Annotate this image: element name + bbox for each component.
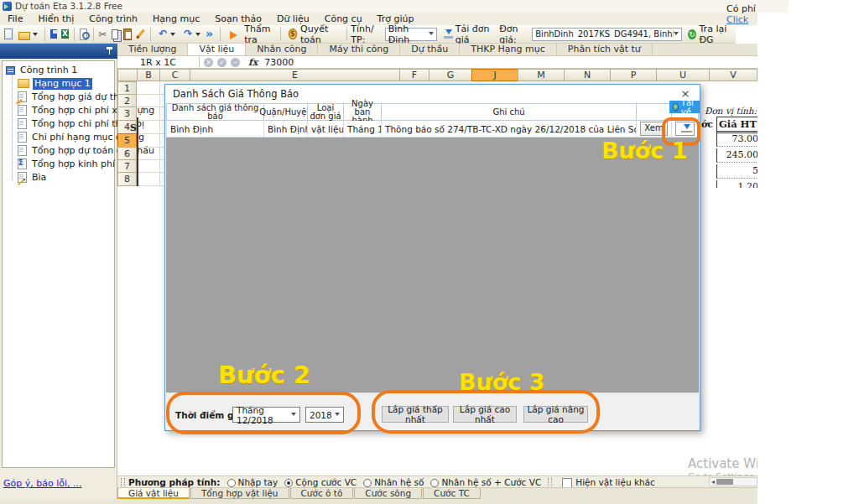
dialog-col-district[interactable]: Quận/Huyện	[263, 103, 308, 121]
feedback-link[interactable]: Góp ý, báo lỗi, ...	[3, 478, 82, 489]
tab-thkp-hang-muc[interactable]: THKP Hạng mục	[460, 44, 557, 55]
radio-label[interactable]: Cộng cước VC	[295, 477, 357, 487]
tai-don-gia-button[interactable]: Tải đơn giá	[440, 23, 497, 46]
col-header-P[interactable]: P	[610, 69, 657, 81]
formula-value[interactable]: 73000	[264, 57, 294, 68]
run-fast-icon[interactable]: »	[206, 29, 216, 40]
tree-item-kinh-phi[interactable]: Tổng hợp kinh phí	[18, 158, 117, 170]
tham-tra-button[interactable]: Thẩm tra	[225, 23, 276, 46]
col-header-F[interactable]: F	[399, 69, 430, 81]
cancel-icon[interactable]: ×	[204, 58, 213, 67]
checkbox-hien-vat-lieu[interactable]	[562, 478, 572, 488]
row-cell-name[interactable]: Bình Định	[166, 121, 264, 138]
confirm-icon[interactable]: ✓	[217, 58, 226, 67]
tinh-tp-label: Tính/ TP:	[351, 23, 382, 45]
pin-icon[interactable]	[107, 47, 112, 55]
open-button[interactable]	[16, 28, 40, 41]
col-header-N[interactable]: N	[564, 69, 611, 81]
col-header-M[interactable]: M	[518, 69, 565, 81]
excel-export-icon[interactable]: X	[61, 29, 69, 39]
open-folder-icon	[18, 32, 30, 40]
clean-brush-icon[interactable]	[136, 29, 145, 39]
radio-nhan-he-so[interactable]	[363, 479, 372, 487]
row-header-3[interactable]: 3	[117, 107, 137, 121]
row-header-7[interactable]: 7	[117, 159, 137, 173]
download-icon	[443, 29, 452, 40]
scrollbar-thumb[interactable]	[716, 479, 733, 485]
name-box[interactable]: 1R x 1C	[117, 56, 200, 69]
tab-du-thau[interactable]: Dự thầu	[400, 44, 460, 55]
row-header-1[interactable]: 1	[117, 81, 137, 95]
cut-icon[interactable]: ✂	[98, 29, 107, 40]
tab-phan-tich-vat-tu[interactable]: Phân tích vật tư	[557, 44, 653, 55]
chevron-down-icon	[195, 33, 200, 39]
dialog-col-name[interactable]: Danh sách giá thông báo	[166, 103, 264, 121]
tab-tien-luong[interactable]: Tiền lượng	[117, 44, 188, 55]
tab-may-thi-cong[interactable]: Máy thi công	[318, 44, 400, 55]
new-icon[interactable]	[4, 29, 13, 39]
tree-item-hang-muc[interactable]: Hạng mục 1	[18, 77, 92, 90]
copy-icon[interactable]	[112, 29, 118, 39]
horizontal-scrollbar[interactable]: ◂	[709, 477, 757, 486]
scroll-left-icon[interactable]: ◂	[711, 478, 715, 486]
tree-item-bia[interactable]: Bìa	[18, 171, 48, 184]
row-header-2[interactable]: 2	[117, 94, 137, 107]
dialog-col-type[interactable]: Loại đơn giá	[307, 103, 344, 121]
radio-nhap-tay[interactable]	[227, 479, 236, 487]
tab-nhan-cong[interactable]: Nhân công	[246, 44, 318, 55]
tree-item-cong-trinh[interactable]: Công trình 1	[6, 64, 79, 76]
cell-partial-S: S	[130, 122, 137, 133]
quyet-toan-button[interactable]: $Quyết toán	[285, 23, 342, 46]
tab-cuoc-song[interactable]: Cước sông	[354, 488, 422, 499]
col-header-G[interactable]: G	[429, 69, 472, 81]
province-select[interactable]: Bình Định	[385, 28, 437, 41]
expand-icon[interactable]: ‒	[231, 58, 240, 67]
menu-cong-trinh[interactable]: Công trình	[81, 13, 145, 25]
radio-label[interactable]: Nhân hệ số + Cước VC	[441, 477, 541, 487]
row-cell-type[interactable]: vật liệu	[307, 121, 344, 138]
col-header-U[interactable]: U	[656, 69, 710, 81]
dialog-title-bar[interactable]: Danh Sách Giá Thông Báo	[165, 85, 700, 103]
checkbox-label[interactable]: Hiện vật liệu khác	[575, 477, 655, 487]
menu-file[interactable]: File	[0, 13, 30, 25]
sidebar-title-bar	[0, 44, 117, 59]
col-header-J[interactable]: J	[471, 69, 518, 81]
tab-gia-vat-lieu[interactable]: Giá vật liệu	[117, 488, 190, 499]
row-cell-date[interactable]: Tháng 12/20...	[343, 121, 382, 138]
price-cell: 1.20	[716, 180, 757, 188]
price-cell: 5	[716, 164, 757, 179]
col-header-E[interactable]: E	[190, 69, 400, 81]
tab-tong-hop-vat-lieu[interactable]: Tổng hợp vật liệu	[190, 488, 289, 499]
menu-hang-muc[interactable]: Hạng mục	[145, 13, 207, 25]
paste-icon[interactable]	[123, 29, 132, 40]
col-header-V[interactable]: V	[709, 69, 757, 81]
row-header-5[interactable]: 5	[117, 133, 137, 148]
row-header-8[interactable]: 8	[117, 172, 137, 186]
row-cell-note[interactable]: Thông báo số 274/TB-TC-XD ngày 26/12/201…	[381, 121, 637, 138]
col-header-B[interactable]: B	[137, 69, 160, 81]
dialog-col-date[interactable]: Ngày ban hành	[343, 103, 382, 121]
corner-header[interactable]	[117, 69, 138, 81]
table-left-border	[137, 117, 138, 186]
radio-cong-cuoc-vc[interactable]	[284, 479, 293, 487]
col-header-C[interactable]: C	[159, 69, 190, 81]
title-bar: Dự toán Eta 3.1.2.8 Free	[0, 0, 789, 13]
notice-link[interactable]: Click	[726, 14, 748, 25]
save-icon[interactable]	[50, 29, 58, 39]
tab-cuoc-o-to[interactable]: Cước ô tô	[290, 488, 354, 499]
undo-button[interactable]: ↶	[155, 28, 178, 40]
print-preview-icon[interactable]	[80, 29, 87, 40]
radio-label[interactable]: Nhập tay	[238, 477, 279, 487]
menu-hien-thi[interactable]: Hiển thị	[30, 13, 81, 25]
tree-item-gia-du-thau[interactable]: Tổng hợp giá dự thầu	[18, 91, 133, 103]
redo-button[interactable]: ↷	[180, 28, 203, 40]
row-header-6[interactable]: 6	[117, 147, 137, 160]
radio-label[interactable]: Nhân hệ số	[374, 477, 424, 487]
tab-vat-lieu[interactable]: Vật liệu	[188, 44, 246, 55]
gridline	[137, 147, 164, 148]
tab-cuoc-tc[interactable]: Cước TC	[423, 488, 481, 499]
radio-nhan-he-so-cuoc-vc[interactable]	[430, 479, 439, 487]
don-gia-select[interactable]: BinhDinh_2017KS_DG4941, BinhDinh_2017LD_…	[532, 28, 682, 41]
dialog-col-note[interactable]: Ghi chú	[381, 103, 637, 121]
row-cell-district[interactable]: Bình Định	[263, 121, 308, 138]
